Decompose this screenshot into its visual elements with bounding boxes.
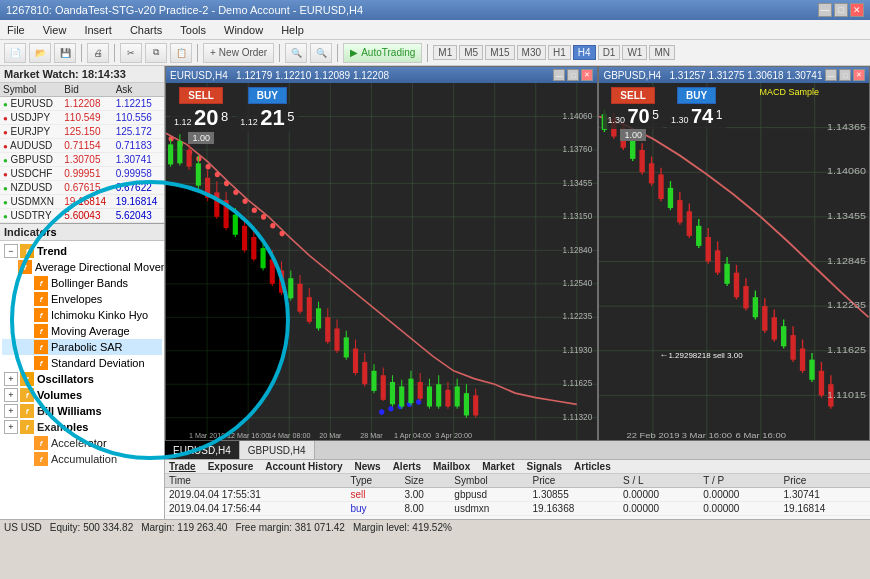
tree-item[interactable]: fMoving Average bbox=[2, 323, 162, 339]
terminal-panel: Trade Exposure Account History News Aler… bbox=[165, 459, 870, 519]
tf-h1[interactable]: H1 bbox=[548, 45, 571, 60]
tab-trade[interactable]: Trade bbox=[169, 461, 196, 472]
gbpusd-sell-button[interactable]: SELL bbox=[611, 87, 655, 104]
gbpusd-maximize[interactable]: □ bbox=[839, 69, 851, 81]
tf-m30[interactable]: M30 bbox=[517, 45, 546, 60]
mw-symbol: ● NZDUSD bbox=[0, 181, 61, 195]
mw-bid: 0.99951 bbox=[61, 167, 112, 181]
toolbar-cut[interactable]: ✂ bbox=[120, 43, 142, 63]
svg-text:1.13150: 1.13150 bbox=[563, 211, 593, 221]
toolbar-open[interactable]: 📂 bbox=[29, 43, 51, 63]
tree-expand-icon[interactable]: + bbox=[4, 404, 18, 418]
toolbar-paste[interactable]: 📋 bbox=[170, 43, 192, 63]
tab-mailbox[interactable]: Mailbox bbox=[433, 461, 470, 472]
tree-expand-icon[interactable]: − bbox=[4, 244, 18, 258]
mw-symbol: ● USDJPY bbox=[0, 111, 61, 125]
eurusd-close[interactable]: ✕ bbox=[581, 69, 593, 81]
col-curprice: Price bbox=[780, 474, 870, 488]
tab-alerts[interactable]: Alerts bbox=[393, 461, 421, 472]
market-watch-row[interactable]: ● USDCHF 0.99951 0.99958 bbox=[0, 167, 164, 181]
market-watch-row[interactable]: ● USDJPY 110.549 110.556 bbox=[0, 111, 164, 125]
folder-icon: f bbox=[20, 420, 34, 434]
tree-item[interactable]: +fBill Williams bbox=[2, 403, 162, 419]
menu-insert[interactable]: Insert bbox=[81, 23, 115, 37]
tree-item-label: Moving Average bbox=[51, 325, 130, 337]
toolbar-zoom-out[interactable]: 🔍 bbox=[310, 43, 332, 63]
toolbar-save[interactable]: 💾 bbox=[54, 43, 76, 63]
tab-gbpusd[interactable]: GBPUSD,H4 bbox=[240, 441, 315, 459]
mw-ask: 0.71183 bbox=[113, 139, 164, 153]
market-watch-row[interactable]: ● USDMXN 19.16814 19.16814 bbox=[0, 195, 164, 209]
tab-exposure[interactable]: Exposure bbox=[208, 461, 254, 472]
gbpusd-close[interactable]: ✕ bbox=[853, 69, 865, 81]
tf-m1[interactable]: M1 bbox=[433, 45, 457, 60]
tab-news[interactable]: News bbox=[355, 461, 381, 472]
new-order-button[interactable]: + New Order bbox=[203, 43, 274, 63]
tree-item-label: Volumes bbox=[37, 389, 82, 401]
tf-m5[interactable]: M5 bbox=[459, 45, 483, 60]
menu-file[interactable]: File bbox=[4, 23, 28, 37]
tree-expand-icon[interactable]: + bbox=[4, 372, 18, 386]
tab-history[interactable]: Account History bbox=[265, 461, 342, 472]
maximize-button[interactable]: □ bbox=[834, 3, 848, 17]
eurusd-minimize[interactable]: — bbox=[553, 69, 565, 81]
menu-tools[interactable]: Tools bbox=[177, 23, 209, 37]
tab-eurusd[interactable]: EURUSD,H4 bbox=[165, 441, 240, 459]
tree-item[interactable]: fEnvelopes bbox=[2, 291, 162, 307]
col-time: Time bbox=[165, 474, 346, 488]
svg-text:1.12235: 1.12235 bbox=[827, 300, 866, 310]
tab-signals[interactable]: Signals bbox=[526, 461, 562, 472]
menu-help[interactable]: Help bbox=[278, 23, 307, 37]
tab-articles[interactable]: Articles bbox=[574, 461, 611, 472]
tree-item[interactable]: +fOscillators bbox=[2, 371, 162, 387]
menu-window[interactable]: Window bbox=[221, 23, 266, 37]
gbpusd-minimize[interactable]: — bbox=[825, 69, 837, 81]
close-button[interactable]: ✕ bbox=[850, 3, 864, 17]
market-watch-row[interactable]: ● EURJPY 125.150 125.172 bbox=[0, 125, 164, 139]
mw-ask: 5.62043 bbox=[113, 209, 164, 223]
tree-item[interactable]: fAccumulation bbox=[2, 451, 162, 467]
menu-view[interactable]: View bbox=[40, 23, 70, 37]
eurusd-sell-button[interactable]: SELL bbox=[179, 87, 223, 104]
market-watch-row[interactable]: ● AUDUSD 0.71154 0.71183 bbox=[0, 139, 164, 153]
market-watch-row[interactable]: ● GBPUSD 1.30705 1.30741 bbox=[0, 153, 164, 167]
tree-item[interactable]: fAccelerator bbox=[2, 435, 162, 451]
terminal-size: 8.00 bbox=[400, 502, 450, 516]
toolbar-print[interactable]: 🖨 bbox=[87, 43, 109, 63]
mw-symbol: ● EURJPY bbox=[0, 125, 61, 139]
tf-m15[interactable]: M15 bbox=[485, 45, 514, 60]
tf-w1[interactable]: W1 bbox=[622, 45, 647, 60]
tf-h4[interactable]: H4 bbox=[573, 45, 596, 60]
tf-mn[interactable]: MN bbox=[649, 45, 675, 60]
tf-d1[interactable]: D1 bbox=[598, 45, 621, 60]
toolbar-new[interactable]: 📄 bbox=[4, 43, 26, 63]
toolbar-zoom-in[interactable]: 🔍 bbox=[285, 43, 307, 63]
col-tp: T / P bbox=[699, 474, 779, 488]
tree-item[interactable]: fParabolic SAR bbox=[2, 339, 162, 355]
eurusd-maximize[interactable]: □ bbox=[567, 69, 579, 81]
tree-expand-icon[interactable]: + bbox=[4, 420, 18, 434]
market-watch-row[interactable]: ● USDTRY 5.60043 5.62043 bbox=[0, 209, 164, 223]
tree-expand-icon[interactable]: + bbox=[4, 388, 18, 402]
minimize-button[interactable]: — bbox=[818, 3, 832, 17]
menu-charts[interactable]: Charts bbox=[127, 23, 165, 37]
tree-item[interactable]: +fVolumes bbox=[2, 387, 162, 403]
toolbar-copy[interactable]: ⧉ bbox=[145, 43, 167, 63]
market-watch-row[interactable]: ● EURUSD 1.12208 1.12215 bbox=[0, 97, 164, 111]
tree-item[interactable]: fIchimoku Kinko Hyo bbox=[2, 307, 162, 323]
eurusd-buy-button[interactable]: BUY bbox=[248, 87, 287, 104]
tree-item[interactable]: fBollinger Bands bbox=[2, 275, 162, 291]
market-watch-row[interactable]: ● NZDUSD 0.67615 0.67622 bbox=[0, 181, 164, 195]
tab-market[interactable]: Market bbox=[482, 461, 514, 472]
tree-item[interactable]: fAverage Directional Movement Index bbox=[2, 259, 162, 275]
svg-text:22 Feb 2019: 22 Feb 2019 bbox=[627, 431, 680, 440]
indicator-icon: f bbox=[34, 292, 48, 306]
charts-area: EURUSD,H4 1.12179 1.12210 1.12089 1.1220… bbox=[165, 66, 870, 519]
tree-item[interactable]: −fTrend bbox=[2, 243, 162, 259]
autotrading-button[interactable]: ▶ AutoTrading bbox=[343, 43, 422, 63]
terminal-row: 2019.04.04 17:55:31 sell 3.00 gbpusd 1.3… bbox=[165, 488, 870, 502]
svg-text:12 Mar 16:00: 12 Mar 16:00 bbox=[227, 430, 269, 439]
tree-item[interactable]: fStandard Deviation bbox=[2, 355, 162, 371]
gbpusd-buy-button[interactable]: BUY bbox=[677, 87, 716, 104]
tree-item[interactable]: +fExamples bbox=[2, 419, 162, 435]
